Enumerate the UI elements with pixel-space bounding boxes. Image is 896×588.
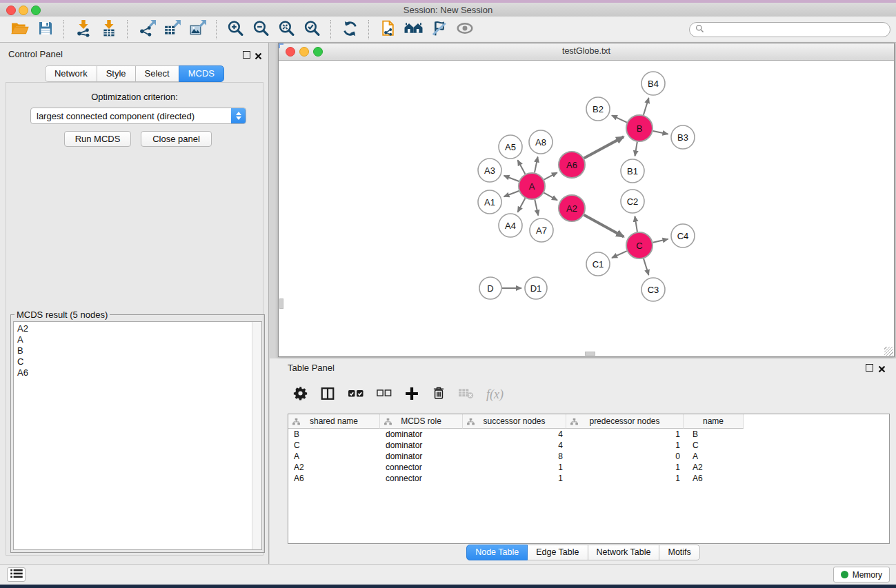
node-A5[interactable]: A5 <box>499 135 522 159</box>
save-session-button[interactable] <box>32 19 58 41</box>
zoom-out-button[interactable] <box>248 19 274 41</box>
node-C1[interactable]: C1 <box>586 252 610 276</box>
edge-A6-B[interactable] <box>584 136 624 158</box>
hide-graphics-details-button[interactable] <box>426 19 452 41</box>
export-network-button[interactable] <box>134 19 159 41</box>
tab-network[interactable]: Network <box>45 65 97 82</box>
node-table[interactable]: shared nameMCDS rolesuccessor nodesprede… <box>288 414 890 544</box>
import-network-button[interactable] <box>70 19 96 41</box>
node-C2[interactable]: C2 <box>621 190 644 213</box>
show-graphics-details-button[interactable] <box>452 19 477 41</box>
float-panel-icon[interactable] <box>243 51 250 59</box>
optimization-criterion-select[interactable]: largest connected component (directed) <box>30 108 246 124</box>
close-panel-icon[interactable] <box>255 50 262 58</box>
node-D1[interactable]: D1 <box>525 277 547 299</box>
network-from-file-button[interactable] <box>375 19 401 41</box>
edge-C-C4[interactable] <box>653 239 668 243</box>
result-item-a[interactable]: A <box>14 334 261 345</box>
column-header-predecessor-nodes[interactable]: predecessor nodes <box>566 414 684 429</box>
delete-columns-button[interactable] <box>432 385 446 404</box>
column-header-shared-name[interactable]: shared name <box>288 414 380 429</box>
column-header-name[interactable]: name <box>684 414 744 429</box>
edge-A2-C[interactable] <box>584 215 624 237</box>
show-columns-button[interactable] <box>320 385 335 404</box>
mcds-result-list[interactable]: A2ABCA6 <box>13 321 262 550</box>
edge-A-A4[interactable] <box>518 199 526 212</box>
edge-C-C2[interactable] <box>635 216 637 232</box>
edge-A-A1[interactable] <box>504 191 519 196</box>
tab-select[interactable]: Select <box>135 65 179 82</box>
network-hscroll-thumb[interactable] <box>585 352 595 356</box>
close-panel-button[interactable]: Close panel <box>141 131 212 147</box>
table-row-a[interactable]: Adominator80A <box>288 451 889 462</box>
search-field[interactable] <box>689 22 890 37</box>
tab-style[interactable]: Style <box>97 65 136 82</box>
node-A3[interactable]: A3 <box>478 159 501 182</box>
result-item-a6[interactable]: A6 <box>14 367 261 378</box>
node-A[interactable]: A <box>519 173 545 199</box>
memory-button[interactable]: Memory <box>833 567 890 582</box>
result-item-b[interactable]: B <box>14 345 261 356</box>
node-C[interactable]: C <box>626 232 653 258</box>
table-row-c[interactable]: Cdominator41C <box>288 440 889 451</box>
node-A1[interactable]: A1 <box>478 190 501 214</box>
search-input[interactable] <box>707 24 890 35</box>
edge-B-B4[interactable] <box>644 98 649 115</box>
node-B3[interactable]: B3 <box>671 125 695 149</box>
create-column-button[interactable] <box>404 385 419 404</box>
table-close-panel-icon[interactable] <box>878 363 886 371</box>
edge-B-B1[interactable] <box>635 142 637 156</box>
edge-B-B2[interactable] <box>612 115 627 122</box>
node-A8[interactable]: A8 <box>529 130 552 154</box>
node-B1[interactable]: B1 <box>621 159 644 183</box>
network-window-titlebar[interactable]: testGlobe.txt <box>279 43 894 61</box>
edge-A-A8[interactable] <box>535 157 538 173</box>
export-image-button[interactable] <box>185 19 210 41</box>
refresh-button[interactable] <box>337 19 363 41</box>
table-row-b[interactable]: Bdominator41B <box>288 429 889 440</box>
edge-B-B3[interactable] <box>653 131 668 134</box>
table-float-panel-icon[interactable] <box>866 364 873 372</box>
tab-motifs[interactable]: Motifs <box>659 545 699 560</box>
network-resize-grip[interactable] <box>884 347 893 356</box>
node-A6[interactable]: A6 <box>559 152 585 178</box>
result-list-scrollbar[interactable] <box>252 322 261 549</box>
node-C3[interactable]: C3 <box>641 278 665 301</box>
tab-edge-table[interactable]: Edge Table <box>527 545 588 560</box>
home-button[interactable] <box>401 19 426 41</box>
export-table-button[interactable] <box>159 19 185 41</box>
node-B4[interactable]: B4 <box>641 72 665 95</box>
node-C4[interactable]: C4 <box>671 224 695 247</box>
zoom-in-button[interactable] <box>223 19 248 41</box>
node-B2[interactable]: B2 <box>586 97 610 121</box>
select-all-rows-button[interactable] <box>348 385 364 404</box>
unselect-all-rows-button[interactable] <box>377 385 392 404</box>
edge-A-A5[interactable] <box>518 160 526 174</box>
tab-mcds[interactable]: MCDS <box>179 65 224 82</box>
edge-A-A7[interactable] <box>535 200 538 216</box>
table-row-a6[interactable]: A6connector11A6 <box>288 473 889 484</box>
network-vscroll-thumb[interactable] <box>279 298 283 309</box>
network-canvas[interactable]: A5A8A3A1A4A7B2B4B3B1C2C4C1C3DD1AA6A2BC <box>279 61 893 356</box>
import-table-button[interactable] <box>96 19 121 41</box>
zoom-selected-button[interactable] <box>299 19 325 41</box>
column-header-mcds-role[interactable]: MCDS role <box>380 414 463 429</box>
node-A4[interactable]: A4 <box>499 214 522 237</box>
node-A2[interactable]: A2 <box>559 195 585 221</box>
table-settings-gear-button[interactable] <box>293 385 308 404</box>
table-row-a2[interactable]: A2connector11A2 <box>288 462 889 473</box>
edge-C-C1[interactable] <box>612 251 627 258</box>
run-mcds-button[interactable]: Run MCDS <box>64 131 131 147</box>
tab-network-table[interactable]: Network Table <box>588 545 660 560</box>
edge-A-A3[interactable] <box>504 176 519 181</box>
node-A7[interactable]: A7 <box>530 219 553 242</box>
result-item-a2[interactable]: A2 <box>14 322 261 334</box>
task-history-button[interactable] <box>7 567 26 582</box>
node-B[interactable]: B <box>626 115 653 141</box>
node-D[interactable]: D <box>479 277 501 299</box>
edge-A-A6[interactable] <box>544 172 557 179</box>
open-folder-button[interactable] <box>7 19 32 41</box>
column-header-successor-nodes[interactable]: successor nodes <box>463 414 566 429</box>
tab-node-table[interactable]: Node Table <box>466 545 528 560</box>
edge-A-A2[interactable] <box>544 193 557 201</box>
